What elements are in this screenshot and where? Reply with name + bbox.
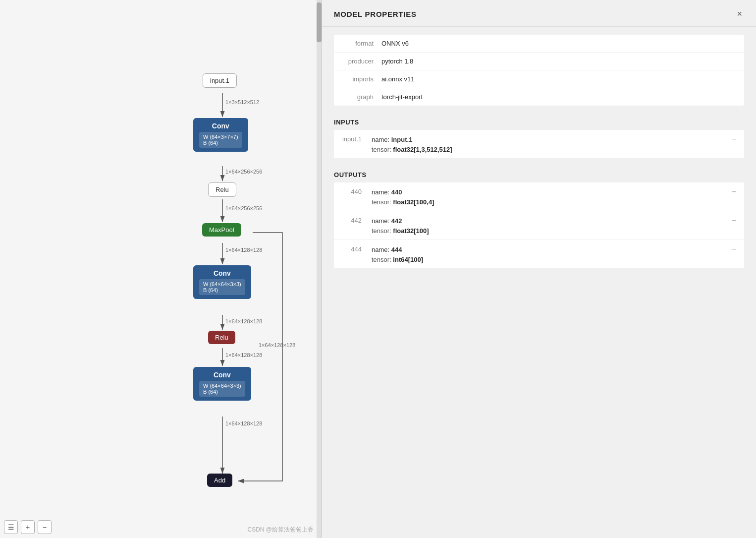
zoom-in-button[interactable]: + xyxy=(21,520,35,534)
node-relu2[interactable]: Relu xyxy=(208,331,235,344)
panel-header: MODEL PROPERTIES × xyxy=(322,0,756,27)
input1-id: input.1 xyxy=(342,135,372,143)
input1-minus[interactable]: − xyxy=(732,135,736,144)
graph-value: torch-jit-export xyxy=(381,93,423,101)
edge-label-side: 1×64×128×128 xyxy=(259,342,295,348)
graph-scrollbar[interactable] xyxy=(317,0,322,538)
output-442-row: 442 name: 442 − tensor: float32[100] xyxy=(334,211,744,240)
close-button[interactable]: × xyxy=(735,9,744,19)
output-440-id: 440 xyxy=(342,187,372,195)
input1-name: name: input.1 xyxy=(372,136,412,143)
imports-row: imports ai.onnx v11 xyxy=(334,70,744,88)
format-key: format xyxy=(342,40,381,47)
node-maxpool[interactable]: MaxPool xyxy=(202,223,241,237)
outputs-card: 440 name: 440 − tensor: float32[100,4] 4… xyxy=(334,182,744,268)
graph-row: graph torch-jit-export xyxy=(334,88,744,106)
input1-label: input.1 xyxy=(203,73,237,88)
producer-row: producer pytorch 1.8 xyxy=(334,53,744,70)
edge-label-3: 1×64×256×256 xyxy=(225,205,262,211)
output-440-row: 440 name: 440 − tensor: float32[100,4] xyxy=(334,182,744,211)
edge-label-6: 1×64×128×128 xyxy=(225,352,262,358)
output-442-name: name: 442 xyxy=(372,217,402,225)
zoom-out-button[interactable]: − xyxy=(38,520,52,534)
imports-value: ai.onnx v11 xyxy=(381,75,415,83)
output-440-tensor: tensor: float32[100,4] xyxy=(372,198,736,206)
edge-label-7: 1×64×128×128 xyxy=(225,420,262,426)
output-444-row: 444 name: 444 − tensor: int64[100] xyxy=(334,240,744,268)
panel-title: MODEL PROPERTIES xyxy=(334,10,417,18)
producer-key: producer xyxy=(342,58,381,65)
scrollbar-thumb[interactable] xyxy=(317,2,322,42)
format-row: format ONNX v6 xyxy=(334,35,744,53)
output-440-details: name: 440 − tensor: float32[100,4] xyxy=(372,187,736,206)
input1-details: name: input.1 − tensor: float32[1,3,512,… xyxy=(372,135,736,153)
output-442-tensor: tensor: float32[100] xyxy=(372,227,736,235)
edge-label-2: 1×64×256×256 xyxy=(225,169,262,175)
graph-key: graph xyxy=(342,93,381,101)
node-input1[interactable]: input.1 xyxy=(203,73,237,88)
node-conv2[interactable]: Conv W (64×64×3×3) B (64) xyxy=(193,265,251,299)
outputs-section-header: OUTPUTS xyxy=(322,166,756,180)
output-444-details: name: 444 − tensor: int64[100] xyxy=(372,245,736,263)
edge-label-5: 1×64×128×128 xyxy=(225,318,262,324)
output-442-id: 442 xyxy=(342,216,372,224)
watermark: CSDN @给算法爸爸上香 xyxy=(247,526,314,534)
input1-row: input.1 name: input.1 − tensor: float32[… xyxy=(334,130,744,158)
node-add[interactable]: Add xyxy=(207,474,232,487)
format-value: ONNX v6 xyxy=(381,40,409,47)
output-442-minus[interactable]: − xyxy=(732,216,736,225)
output-444-id: 444 xyxy=(342,245,372,253)
graph-panel: input.1 1×3×512×512 Conv W (64×3×7×7) B … xyxy=(0,0,322,538)
edge-label-1: 1×3×512×512 xyxy=(225,99,259,105)
node-conv1[interactable]: Conv W (64×3×7×7) B (64) xyxy=(193,118,248,152)
output-444-name: name: 444 xyxy=(372,246,402,253)
edge-label-4: 1×64×128×128 xyxy=(225,247,262,253)
model-properties-card: format ONNX v6 producer pytorch 1.8 impo… xyxy=(334,35,744,106)
imports-key: imports xyxy=(342,75,381,83)
output-440-name: name: 440 xyxy=(372,188,402,196)
properties-panel: MODEL PROPERTIES × format ONNX v6 produc… xyxy=(322,0,756,538)
input1-tensor: tensor: float32[1,3,512,512] xyxy=(372,146,736,153)
list-button[interactable]: ☰ xyxy=(4,520,18,534)
output-444-tensor: tensor: int64[100] xyxy=(372,256,736,263)
node-conv3[interactable]: Conv W (64×64×3×3) B (64) xyxy=(193,367,251,401)
output-440-minus[interactable]: − xyxy=(732,187,736,196)
producer-value: pytorch 1.8 xyxy=(381,58,413,65)
inputs-section-header: INPUTS xyxy=(322,114,756,128)
output-442-details: name: 442 − tensor: float32[100] xyxy=(372,216,736,235)
node-relu1[interactable]: Relu xyxy=(208,182,236,197)
output-444-minus[interactable]: − xyxy=(732,245,736,254)
inputs-card: input.1 name: input.1 − tensor: float32[… xyxy=(334,130,744,158)
bottom-toolbar: ☰ + − xyxy=(4,520,52,534)
